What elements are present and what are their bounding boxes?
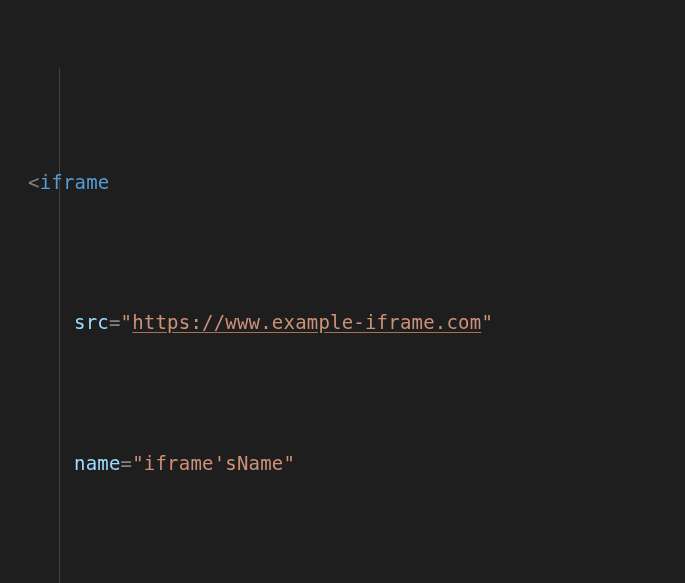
quote-close: " bbox=[481, 311, 493, 333]
attr-value-name: iframe'sName bbox=[144, 452, 284, 474]
code-editor[interactable]: <iframe src="https://www.example-iframe.… bbox=[0, 0, 685, 583]
equals: = bbox=[109, 311, 121, 333]
tag-name: iframe bbox=[40, 171, 110, 193]
equals: = bbox=[121, 452, 133, 474]
code-line-attr-name[interactable]: name="iframe'sName" bbox=[28, 446, 685, 481]
attr-value-src: https://www.example-iframe.com bbox=[132, 311, 481, 333]
quote-open: " bbox=[132, 452, 144, 474]
code-line-open-tag[interactable]: <iframe bbox=[28, 165, 685, 200]
quote-open: " bbox=[121, 311, 133, 333]
attr-name-src: src bbox=[74, 311, 109, 333]
attr-name-name: name bbox=[74, 452, 121, 474]
angle-open: < bbox=[28, 171, 40, 193]
quote-close: " bbox=[284, 452, 296, 474]
code-line-attr-src[interactable]: src="https://www.example-iframe.com" bbox=[28, 305, 685, 340]
